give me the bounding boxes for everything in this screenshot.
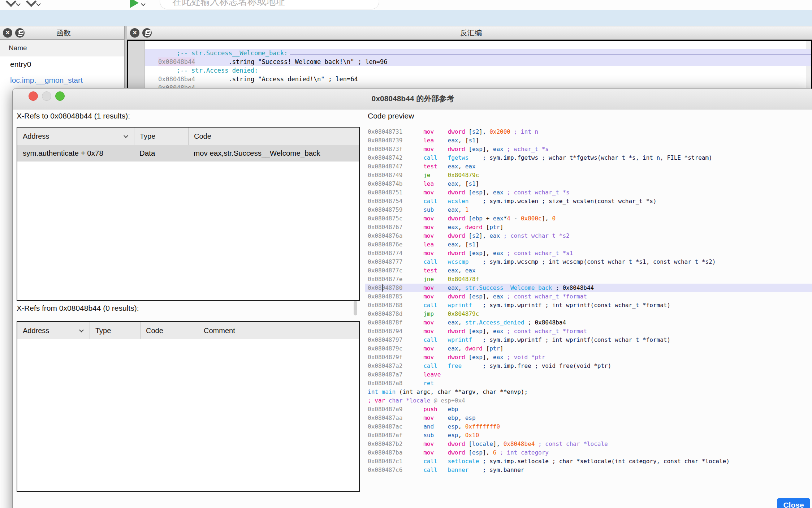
code-line[interactable]: 0x080487af sub esp, 0x10 <box>365 431 812 440</box>
close-panel-icon[interactable] <box>3 28 12 38</box>
back-dropdown-caret-icon[interactable] <box>17 2 20 6</box>
sort-chevron-down-icon <box>79 328 84 332</box>
code-line[interactable]: 0x08048777 call wcscmp ; sym.imp.wcscmp … <box>365 258 812 266</box>
functions-name-column-header[interactable]: Name <box>0 40 124 56</box>
code-line[interactable]: ; var char *locale @ esp+0x4 <box>365 396 812 405</box>
functions-list: entry0loc.imp.__gmon_start <box>0 56 124 88</box>
close-panel-icon[interactable] <box>130 28 139 38</box>
function-item[interactable]: entry0 <box>0 56 124 72</box>
code-line[interactable]: 0x08048749 je 0x804879c <box>365 171 812 180</box>
forward-arrow-icon[interactable] <box>26 0 37 6</box>
column-header[interactable]: Type <box>134 128 188 145</box>
code-line[interactable]: 0x08048780 mov eax, str.Success__Welcome… <box>365 284 812 292</box>
code-line[interactable]: 0x080487ac and esp, 0xfffffff0 <box>365 422 812 431</box>
xref-table-row[interactable]: sym.authenticate + 0x78Datamov eax,str.S… <box>17 145 359 162</box>
toolbar <box>0 0 812 10</box>
disasm-line[interactable]: 0x08048ba4 .string "Access denied!\n" ; … <box>145 75 811 83</box>
disasm-line[interactable]: ;-- str.Access_denied: <box>145 66 811 75</box>
code-line[interactable]: 0x080487c1 call setlocale ; sym.imp.setl… <box>365 457 812 466</box>
column-header[interactable]: Code <box>140 322 198 339</box>
functions-panel-header: 函数 <box>0 26 124 40</box>
sort-chevron-down-icon <box>124 133 128 138</box>
code-line[interactable]: 0x08048754 call wcslen ; sym.imp.wcslen … <box>365 197 812 206</box>
code-line[interactable]: 0x0804878f mov eax, str.Access_denied ; … <box>365 318 812 327</box>
code-line[interactable]: 0x08048759 sub eax, 1 <box>365 206 812 214</box>
dialog-titlebar[interactable]: 0x08048b44 的外部参考 <box>13 89 812 109</box>
float-panel-icon[interactable] <box>15 28 25 38</box>
code-line[interactable]: 0x0804876e lea eax, [s1] <box>365 240 812 249</box>
code-line[interactable]: 0x0804876a mov dword [s2], eax ; const w… <box>365 232 812 240</box>
code-line[interactable]: 0x0804875c mov dword [ebp + eax*4 - 0x80… <box>365 214 812 223</box>
xrefs-to-table: AddressTypeCodesym.authenticate + 0x78Da… <box>17 127 360 301</box>
code-line[interactable]: 0x08048785 mov dword [esp], eax ; const … <box>365 292 812 301</box>
close-button[interactable]: Close <box>777 498 810 508</box>
code-line[interactable]: 0x08048751 mov dword [esp], eax ; const … <box>365 188 812 197</box>
code-line[interactable]: 0x08048797 call wprintf ; sym.imp.wprint… <box>365 336 812 344</box>
code-line[interactable]: 0x080487aa mov ebp, esp <box>365 414 812 422</box>
address-search-input[interactable] <box>160 0 379 9</box>
code-line[interactable]: int main (int argc, char **argv, char **… <box>365 388 812 396</box>
float-panel-icon[interactable] <box>142 28 152 38</box>
code-line[interactable]: 0x0804873f mov dword [esp], eax ; wchar_… <box>365 145 812 154</box>
code-line[interactable]: 0x08048774 mov dword [esp], eax ; const … <box>365 249 812 258</box>
forward-dropdown-caret-icon[interactable] <box>37 2 40 6</box>
disasm-panel-title: 反汇编 <box>152 28 790 38</box>
xrefs-dialog: 0x08048b44 的外部参考 X-Refs to 0x08048b44 (1… <box>12 88 812 508</box>
column-header[interactable]: Code <box>188 128 359 145</box>
code-line[interactable]: 0x08048739 lea eax, [s1] <box>365 136 812 145</box>
code-line[interactable]: 0x0804877c test eax, eax <box>365 266 812 275</box>
code-line[interactable]: 0x080487c6 call banner ; sym.banner <box>365 466 812 474</box>
disasm-line[interactable]: 0x08048b44 .string "Success! Welcome bac… <box>145 57 811 66</box>
code-line[interactable]: 0x0804879c mov eax, dword [ptr] <box>365 344 812 353</box>
run-dropdown-caret-icon[interactable] <box>142 2 145 6</box>
left-scrollbar-thumb[interactable] <box>354 301 357 315</box>
column-header[interactable]: Address <box>17 128 134 145</box>
dialog-title: 0x08048b44 的外部参考 <box>13 94 812 104</box>
code-line[interactable]: 0x080487ba mov dword [esp], 6 ; int cate… <box>365 448 812 457</box>
function-item[interactable]: loc.imp.__gmon_start <box>0 72 124 88</box>
code-line[interactable]: 0x080487b2 mov dword [locale], 0x8048be4… <box>365 440 812 448</box>
code-lines: 0x08048731 mov dword [s2], 0x2000 ; int … <box>365 128 812 474</box>
column-header[interactable]: Type <box>90 322 140 339</box>
code-line[interactable]: 0x080487a7 leave <box>365 370 812 379</box>
disasm-lines: ;-- str.Success__Welcome_back:0x08048b44… <box>145 49 811 92</box>
app-background-band <box>0 10 812 26</box>
code-preview-label: Code preview <box>368 112 414 120</box>
code-line[interactable]: 0x0804878d jmp 0x804879c <box>365 310 812 318</box>
column-header[interactable]: Comment <box>198 322 359 339</box>
back-arrow-icon[interactable] <box>6 0 17 6</box>
xrefs-from-label: X-Refs from 0x08048b44 (0 results): <box>17 304 139 313</box>
code-line[interactable]: 0x080487a8 ret <box>365 379 812 388</box>
code-line[interactable]: 0x08048788 call wprintf ; sym.imp.wprint… <box>365 301 812 310</box>
code-line[interactable]: 0x08048742 call fgetws ; sym.imp.fgetws … <box>365 154 812 162</box>
disasm-line[interactable]: ;-- str.Success__Welcome_back: <box>145 49 811 57</box>
code-line[interactable]: 0x080487a9 push ebp <box>365 405 812 414</box>
disasm-panel-header: 反汇编 <box>127 26 812 40</box>
code-line[interactable]: 0x08048767 mov eax, dword [ptr] <box>365 223 812 232</box>
code-line[interactable]: 0x08048747 test eax, eax <box>365 162 812 171</box>
xrefs-to-label: X-Refs to 0x08048b44 (1 results): <box>17 112 130 120</box>
code-line[interactable]: 0x08048794 mov dword [esp], eax ; const … <box>365 327 812 336</box>
run-play-icon[interactable] <box>130 0 139 8</box>
code-line[interactable]: 0x08048731 mov dword [s2], 0x2000 ; int … <box>365 128 812 136</box>
functions-panel-title: 函数 <box>25 28 103 38</box>
code-line[interactable]: 0x080487a2 call free ; sym.imp.free ; vo… <box>365 362 812 370</box>
xrefs-from-table: AddressTypeCodeComment <box>17 321 360 492</box>
code-line[interactable]: 0x0804877e jne 0x804878f <box>365 275 812 284</box>
code-line[interactable]: 0x0804874b lea eax, [s1] <box>365 180 812 188</box>
column-header[interactable]: Address <box>17 322 90 339</box>
code-line[interactable]: 0x0804879f mov dword [esp], eax ; void *… <box>365 353 812 362</box>
text-cursor <box>382 284 383 292</box>
